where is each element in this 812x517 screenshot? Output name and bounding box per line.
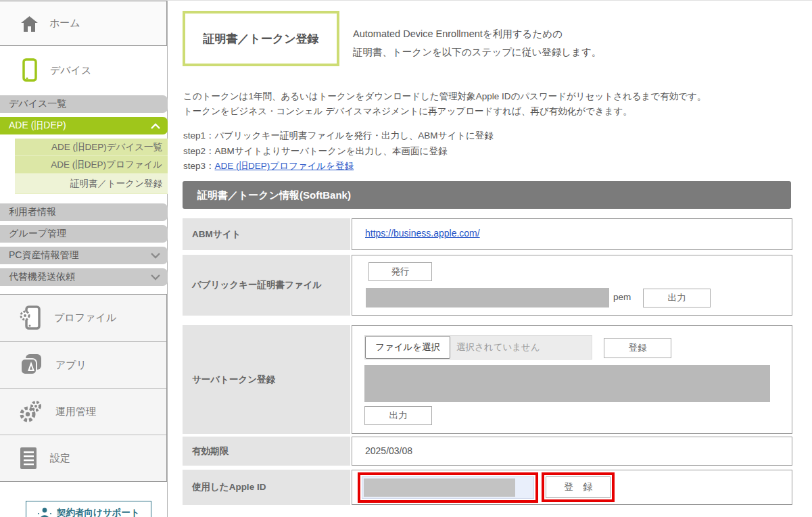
gears-icon (19, 399, 43, 424)
sidebar-item-cert-token-registration[interactable]: 証明書／トークン登録 (15, 174, 168, 194)
registration-steps: step1：パブリックキー証明書ファイルを発行・出力し、ABMサイトに登録 st… (183, 128, 494, 174)
sidebar: ホーム デバイス デバイス一覧 ADE (旧DEP) ADE (旧DEP)デバイ… (0, 1, 168, 517)
sidebar-item-ade-device-list[interactable]: ADE (旧DEP)デバイス一覧 (15, 139, 168, 156)
sidebar-device-label: デバイス (50, 64, 91, 77)
server-token-label: サーバトークン登録 (183, 325, 350, 434)
device-phone-icon (22, 58, 38, 82)
apple-id-register-highlight-frame: 登 録 (542, 472, 615, 502)
chevron-down-icon (150, 274, 161, 281)
token-validity-line1: このトークンは1年間、あるいはトークンをダウンロードした管理対象Apple ID… (183, 89, 706, 104)
table-row-apple-id: 使用したApple ID 登 録 (183, 470, 792, 505)
device-menu-group: デバイス一覧 ADE (旧DEP) ADE (旧DEP)デバイス一覧 ADE (… (0, 95, 168, 198)
sidebar-item-apps[interactable]: アプリ (0, 341, 166, 388)
expiry-label: 有効期限 (183, 437, 350, 466)
chevron-up-icon (150, 122, 161, 130)
public-key-cert-value-cell: 発行 pem 出力 (352, 255, 792, 316)
cert-token-label: 証明書／トークン登録 (70, 178, 162, 190)
server-token-value-cell: ファイルを選択 選択されていません 登録 出力 (352, 325, 792, 434)
redacted-cert-filename (366, 288, 609, 307)
apple-id-input[interactable] (362, 476, 534, 499)
apps-label: アプリ (55, 359, 87, 372)
apple-id-highlight-frame (358, 472, 538, 503)
profile-phone-gear-icon (19, 305, 42, 332)
table-row-public-key-cert: パブリックキー証明書ファイル 発行 pem 出力 (183, 255, 792, 316)
ade-profile-label: ADE (旧DEP)プロファイル (51, 159, 162, 171)
table-row-server-token: サーバトークン登録 ファイルを選択 選択されていません 登録 出力 (183, 325, 792, 434)
ade-label: ADE (旧DEP) (9, 120, 66, 132)
abm-site-link[interactable]: https://business.apple.com/ (365, 228, 480, 239)
expiry-label-text: 有効期限 (192, 445, 229, 458)
apps-stack-icon (19, 353, 43, 376)
server-token-label-text: サーバトークン登録 (192, 374, 275, 386)
page-title-text: 証明書／トークン登録 (203, 31, 318, 47)
sidebar-item-ade-profile[interactable]: ADE (旧DEP)プロファイル (15, 156, 168, 174)
contractor-support-button[interactable]: 契約者向けサポート (26, 501, 151, 517)
sidebar-item-user-info[interactable]: 利用者情報 (0, 203, 168, 221)
step3-text: step3：ADE (旧DEP)プロファイルを登録 (183, 159, 494, 174)
main-content: 証明書／トークン登録 Automated Device Enrollmentを利… (183, 1, 798, 517)
step2-text: step2：ABMサイトよりサーバトークンを出力し、本画面に登録 (183, 144, 494, 159)
no-file-selected-text: 選択されていません (450, 341, 540, 353)
ade-submenu: ADE (旧DEP)デバイス一覧 ADE (旧DEP)プロファイル 証明書／トー… (15, 139, 168, 194)
pc-asset-label: PC資産情報管理 (9, 249, 78, 262)
sidebar-item-ade[interactable]: ADE (旧DEP) (0, 117, 168, 134)
sidebar-home-label: ホーム (49, 17, 80, 30)
settings-label: 設定 (50, 452, 70, 465)
redacted-apple-id (364, 478, 515, 497)
sidebar-item-device-list[interactable]: デバイス一覧 (0, 95, 168, 113)
page-description-line2: 証明書、トークンを以下のステップに従い登録します。 (353, 43, 601, 61)
table-row-abm-site: ABMサイト https://business.apple.com/ (183, 218, 792, 250)
public-key-cert-label: パブリックキー証明書ファイル (183, 255, 350, 316)
apple-id-register-button[interactable]: 登 録 (546, 476, 611, 498)
user-info-label: 利用者情報 (9, 206, 56, 218)
issue-button[interactable]: 発行 (368, 262, 432, 281)
token-validity-line2: トークンをビジネス・コンシェル デバイスマネジメントに再アップロードすれば、再び… (183, 104, 706, 119)
sidebar-item-group-management[interactable]: グループ管理 (0, 225, 168, 243)
choose-file-button[interactable]: ファイルを選択 (365, 336, 450, 359)
public-key-cert-label-text: パブリックキー証明書ファイル (192, 279, 322, 291)
replacement-shipping-label: 代替機発送依頼 (9, 271, 75, 283)
secondary-menu-group: 利用者情報 グループ管理 PC資産情報管理 代替機発送依頼 (0, 203, 168, 290)
chevron-down-icon (150, 252, 161, 260)
sidebar-item-replacement-shipping[interactable]: 代替機発送依頼 (0, 268, 168, 286)
redacted-token-info (364, 365, 770, 402)
cert-export-button[interactable]: 出力 (643, 289, 711, 307)
ade-device-list-label: ADE (旧DEP)デバイス一覧 (51, 141, 162, 153)
page-title: 証明書／トークン登録 (183, 11, 339, 66)
group-management-label: グループ管理 (9, 228, 66, 240)
sidebar-item-operation-management[interactable]: 運用管理 (0, 388, 166, 435)
token-export-button[interactable]: 出力 (364, 406, 432, 425)
page-description-line1: Automated Device Enrollmentを利用するための (353, 25, 601, 43)
sidebar-item-settings[interactable]: 設定 (0, 435, 166, 481)
abm-site-label-text: ABMサイト (192, 228, 241, 241)
sidebar-item-home[interactable]: ホーム (0, 1, 167, 46)
person-icon (37, 507, 52, 517)
apple-id-label: 使用したApple ID (183, 470, 350, 505)
ade-profile-register-link[interactable]: ADE (旧DEP)プロファイルを登録 (215, 161, 354, 171)
sidebar-item-pc-asset-management[interactable]: PC資産情報管理 (0, 247, 168, 264)
abm-site-label: ABMサイト (183, 218, 350, 250)
sidebar-section-device[interactable]: デバイス (0, 53, 167, 87)
apple-id-value-cell: 登 録 (352, 470, 792, 505)
step3-prefix: step3： (183, 161, 215, 171)
token-validity-note: このトークンは1年間、あるいはトークンをダウンロードした管理対象Apple ID… (183, 89, 706, 118)
settings-document-icon (19, 447, 38, 470)
apple-id-label-text: 使用したApple ID (192, 481, 266, 493)
expiry-date: 2025/03/08 (365, 445, 412, 456)
expiry-value-cell: 2025/03/08 (352, 437, 792, 466)
token-file-input[interactable]: ファイルを選択 選択されていません (364, 335, 592, 360)
cert-token-info-header-text: 証明書／トークン情報(SoftBank) (197, 189, 351, 201)
sidebar-item-profile[interactable]: プロファイル (0, 295, 166, 341)
pem-extension-label: pem (613, 292, 631, 302)
table-row-expiry: 有効期限 2025/03/08 (183, 437, 792, 466)
token-register-button[interactable]: 登録 (604, 338, 671, 358)
cert-token-info-header: 証明書／トークン情報(SoftBank) (183, 181, 791, 209)
contractor-support-label: 契約者向けサポート (57, 507, 140, 517)
operation-management-label: 運用管理 (55, 405, 96, 418)
device-list-label: デバイス一覧 (9, 98, 66, 110)
abm-site-value-cell: https://business.apple.com/ (352, 218, 792, 250)
home-icon (20, 15, 39, 32)
sidebar-lower-sections: プロファイル アプリ 運用管理 (0, 294, 167, 482)
step1-text: step1：パブリックキー証明書ファイルを発行・出力し、ABMサイトに登録 (183, 128, 494, 144)
page-description: Automated Device Enrollmentを利用するための 証明書、… (353, 25, 601, 61)
